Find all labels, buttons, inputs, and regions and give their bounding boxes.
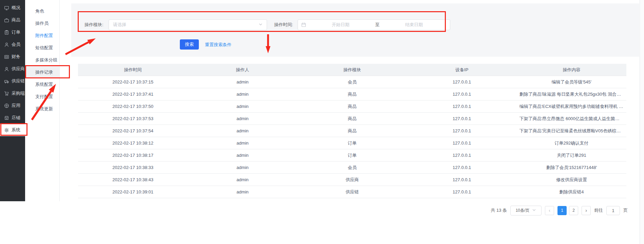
page-scrollbar[interactable] — [640, 0, 644, 244]
table-cell: admin — [188, 189, 297, 194]
end-date-placeholder[interactable]: 结束日期 — [382, 22, 447, 28]
supply-chain-icon — [4, 79, 9, 84]
table-row: 2022-02-17 10:38:12admin订单127.0.0.1订单292… — [78, 137, 626, 149]
procurement-icon — [4, 91, 9, 96]
table-row: 2022-02-17 10:37:41admin商品127.0.0.1删除了商品… — [78, 88, 626, 100]
table-cell: 127.0.0.1 — [407, 189, 517, 194]
secondary-sidebar: 角色操作员附件配置短信配置多媒体分组操作记录系统配置支付配置系统更新 — [25, 0, 60, 201]
table-cell: 商品 — [297, 91, 407, 97]
table-cell: admin — [188, 79, 297, 85]
table-cell: 会员 — [297, 165, 407, 171]
sidebar-item-label: 商品 — [12, 17, 20, 23]
table-cell: 2022-02-17 10:37:53 — [78, 116, 188, 121]
sidebar-item-label: 应用 — [12, 102, 20, 109]
module-select[interactable]: 请选择 — [109, 19, 267, 30]
submenu-item-短信配置[interactable]: 短信配置 — [25, 42, 59, 54]
sidebar-item-店铺[interactable]: 店铺 — [0, 112, 25, 124]
table-row: 2022-02-17 10:37:54admin商品127.0.0.1下架了商品… — [78, 125, 626, 137]
table-cell: 关闭了订单291 — [517, 152, 626, 158]
table-cell: 127.0.0.1 — [407, 116, 517, 121]
table-cell: 订单292确认支付 — [517, 140, 626, 146]
table-header-row: 操作时间操作人操作模块设备IP操作内容 — [78, 64, 626, 76]
sidebar-item-供应链[interactable]: 供应链 — [0, 75, 25, 87]
table-cell: 2022-02-17 10:37:15 — [78, 79, 188, 85]
table-cell: 2022-02-17 10:38:17 — [78, 153, 188, 158]
sidebar-item-商品[interactable]: 商品 — [0, 14, 25, 26]
submenu-item-支付配置[interactable]: 支付配置 — [25, 91, 59, 103]
goto-page-input[interactable] — [606, 206, 620, 215]
shop-icon — [4, 115, 9, 120]
table-cell: admin — [188, 116, 297, 121]
table-cell: 127.0.0.1 — [407, 140, 517, 146]
table-cell: admin — [188, 165, 297, 170]
column-header: 设备IP — [407, 67, 517, 73]
submenu-item-角色[interactable]: 角色 — [25, 5, 59, 17]
table-cell: 订单 — [297, 140, 407, 146]
table-cell: admin — [188, 140, 297, 146]
table-cell: 供应链 — [297, 189, 407, 195]
sidebar-item-概况[interactable]: 概况 — [0, 2, 25, 14]
date-range-picker[interactable]: 开始日期 至 结束日期 — [298, 19, 450, 30]
table-cell: 2022-02-17 10:37:41 — [78, 92, 188, 97]
sidebar-item-label: 概况 — [12, 5, 20, 11]
table-cell: admin — [188, 177, 297, 182]
sidebar-item-应用[interactable]: 应用 — [0, 99, 25, 112]
submenu-item-操作员[interactable]: 操作员 — [25, 17, 59, 30]
start-date-placeholder[interactable]: 开始日期 — [308, 22, 373, 28]
submenu-item-系统配置[interactable]: 系统配置 — [25, 78, 59, 91]
prev-page-button[interactable]: ‹ — [545, 206, 554, 215]
table-cell: admin — [188, 128, 297, 133]
operation-log-table: 操作时间操作人操作模块设备IP操作内容 2022-02-17 10:37:15a… — [78, 64, 626, 198]
submenu-item-系统更新[interactable]: 系统更新 — [25, 103, 59, 115]
sidebar-item-供应商[interactable]: 供应商 — [0, 63, 25, 75]
order-icon — [4, 30, 9, 35]
table-row: 2022-02-17 10:38:43admin供应商127.0.0.1修改供应… — [78, 174, 626, 186]
table-cell: admin — [188, 153, 297, 158]
chevron-down-icon — [259, 22, 263, 27]
table-cell: 2022-02-17 10:38:12 — [78, 140, 188, 146]
apps-icon — [4, 103, 9, 108]
goods-icon — [4, 18, 9, 23]
next-page-button[interactable]: › — [582, 206, 591, 215]
column-header: 操作模块 — [297, 67, 407, 73]
table-row: 2022-02-17 10:37:53admin商品127.0.0.1下架了商品… — [78, 113, 626, 125]
table-cell: 编辑了商品'ECX破壁机家用预约多功能辅食料理机 E... — [517, 104, 626, 110]
filter-panel: 操作模块: 请选择 操作时间: 开始日期 至 结束日期 搜索 重置搜索条件 — [71, 3, 639, 57]
admin-operation-log-page: 概况商品订单会员财务供应商供应链采购端应用店铺系统 角色操作员附件配置短信配置多… — [0, 0, 644, 244]
table-cell: 商品 — [297, 128, 407, 134]
table-cell: 删除了会员'15216771448' — [517, 165, 626, 171]
submenu-item-多媒体分组[interactable]: 多媒体分组 — [25, 54, 59, 66]
page-button-1[interactable]: 1 — [557, 206, 567, 215]
primary-sidebar: 概况商品订单会员财务供应商供应链采购端应用店铺系统 — [0, 0, 25, 201]
table-row: 2022-02-17 10:39:01admin供应链127.0.0.1删除供应… — [78, 186, 626, 198]
reset-search-link[interactable]: 重置搜索条件 — [205, 42, 231, 48]
search-button[interactable]: 搜索 — [180, 39, 199, 50]
total-count-label: 共 13 条 — [491, 207, 507, 213]
table-cell: 修改供应商设置 — [517, 177, 626, 183]
table-cell: 2022-02-17 10:38:33 — [78, 165, 188, 170]
time-filter-label: 操作时间: — [274, 22, 293, 27]
table-cell: 2022-02-17 10:38:43 — [78, 177, 188, 182]
page-size-select[interactable]: 10条/页 — [510, 206, 542, 215]
table-cell: 127.0.0.1 — [407, 128, 517, 133]
sidebar-item-系统[interactable]: 系统 — [0, 124, 25, 136]
sidebar-item-label: 系统 — [12, 127, 20, 133]
table-body: 2022-02-17 10:37:15admin会员127.0.0.1编辑了会员… — [78, 76, 626, 198]
sidebar-item-订单[interactable]: 订单 — [0, 26, 25, 38]
submenu-item-附件配置[interactable]: 附件配置 — [25, 30, 59, 42]
column-header: 操作人 — [188, 67, 297, 73]
sidebar-item-会员[interactable]: 会员 — [0, 38, 25, 51]
submenu-item-操作记录[interactable]: 操作记录 — [25, 66, 59, 78]
sidebar-item-label: 订单 — [12, 29, 20, 35]
member-icon — [4, 42, 9, 47]
page-size-value: 10条/页 — [516, 208, 530, 213]
table-row: 2022-02-17 10:37:50admin商品127.0.0.1编辑了商品… — [78, 100, 626, 113]
page-button-2[interactable]: 2 — [569, 206, 578, 215]
table-cell: 订单 — [297, 152, 407, 158]
table-cell: 编辑了会员等级'545' — [517, 79, 626, 85]
sidebar-item-采购端[interactable]: 采购端 — [0, 87, 25, 99]
sidebar-item-财务[interactable]: 财务 — [0, 51, 25, 63]
pagination-bar: 共 13 条 10条/页 ‹ 12 › 前往 页 — [491, 206, 628, 215]
table-cell: 下架了商品'昂立昂微态 6000亿益生菌成人益生菌粉 ... — [517, 116, 626, 122]
table-row: 2022-02-17 10:38:17admin订单127.0.0.1关闭了订单… — [78, 149, 626, 162]
